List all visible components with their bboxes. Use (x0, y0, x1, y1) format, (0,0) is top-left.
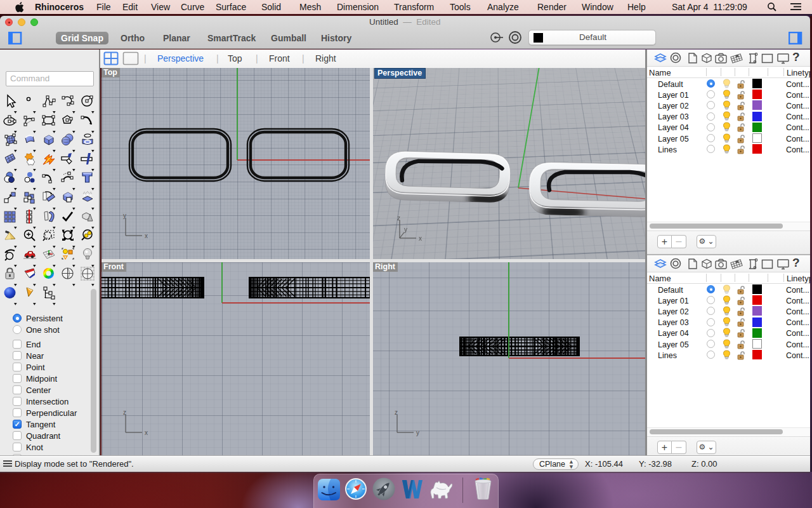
svg-text:x: x (145, 232, 148, 239)
svg-text:x: x (419, 235, 422, 242)
svg-text:z: z (123, 410, 126, 416)
svg-text:y: y (404, 226, 407, 233)
svg-text:z: z (397, 215, 400, 222)
svg-text:y: y (123, 213, 126, 219)
svg-text:y: y (416, 429, 419, 436)
svg-text:x: x (145, 429, 148, 436)
svg-text:z: z (395, 410, 398, 416)
